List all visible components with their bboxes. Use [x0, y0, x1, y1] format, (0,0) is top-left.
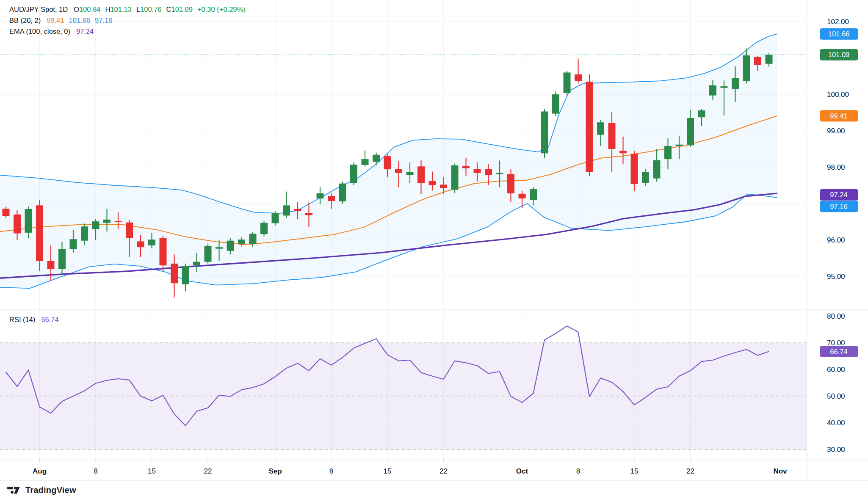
- candle-bear: [126, 223, 133, 238]
- candle-bull: [193, 262, 200, 265]
- candle-bear: [395, 169, 402, 173]
- time-scale[interactable]: Aug81522Sep81522Oct81522Nov: [33, 467, 787, 475]
- candle-bear: [440, 185, 447, 188]
- candle-bull: [238, 240, 245, 244]
- bb-lower-value: 97.16: [95, 17, 112, 25]
- candle-bear: [47, 261, 55, 269]
- price-scale[interactable]: 102.00100.0099.0098.0096.0095.0080.0070.…: [827, 18, 849, 454]
- price-axis-label: 98.00: [827, 163, 845, 171]
- trading-chart-window: 102.00100.0099.0098.0096.0095.0080.0070.…: [0, 0, 868, 504]
- candle-bull: [766, 55, 773, 64]
- candle-bull: [743, 55, 750, 81]
- time-label-day: 8: [94, 467, 97, 475]
- candle-bull: [732, 78, 739, 89]
- badge-value: 101.09: [828, 51, 849, 58]
- ohlc-close: C101.09: [166, 6, 193, 14]
- badge-value: 97.16: [830, 203, 847, 210]
- candle-bull: [552, 94, 559, 114]
- rsi-axis-label: 80.00: [827, 312, 845, 320]
- bb-legend-row[interactable]: BB (20, 2) 99.41 101.66 97.16: [9, 17, 117, 25]
- candle-bull: [148, 240, 155, 245]
- candle-bull: [530, 189, 537, 200]
- time-label-month: Nov: [773, 467, 787, 475]
- candle-bear: [519, 194, 526, 198]
- candle-bull: [350, 165, 357, 183]
- candle-bear: [754, 57, 761, 65]
- candle-bear: [619, 151, 627, 153]
- time-label-day: 15: [630, 467, 639, 475]
- candle-bull: [92, 221, 100, 229]
- candle-bull: [260, 223, 268, 234]
- candle-bull: [373, 155, 380, 162]
- candle-bull: [58, 249, 66, 269]
- candle-bull: [676, 145, 683, 146]
- change-value: +0.30 (+0.29%): [197, 6, 246, 14]
- badge-value: 101.66: [828, 30, 849, 38]
- price-badge: 99.41: [820, 110, 858, 121]
- bb-upper-value: 101.66: [69, 17, 90, 25]
- price-axis-label: 102.00: [827, 18, 849, 26]
- rsi-axis-label: 40.00: [827, 419, 845, 427]
- price-badge: 101.66: [820, 28, 858, 40]
- candle-bear: [417, 166, 425, 183]
- candle-bull: [451, 165, 459, 190]
- badge-value: 99.41: [830, 112, 847, 120]
- candle-bull: [564, 72, 571, 93]
- candle-bull: [227, 241, 234, 251]
- price-axis-label: 95.00: [827, 273, 845, 281]
- candle-bear: [462, 166, 470, 168]
- candle-bear: [115, 221, 122, 222]
- time-label-month: Oct: [516, 467, 528, 475]
- rsi-title: RSI (14): [9, 316, 35, 324]
- candle-bull: [687, 118, 694, 146]
- ema-legend-row[interactable]: EMA (100, close, 0) 97.24: [9, 28, 98, 36]
- candle-bear: [631, 154, 638, 184]
- rsi-legend-row[interactable]: RSI (14) 66.74: [9, 316, 64, 324]
- candle-bear: [3, 209, 10, 216]
- candle-bear: [586, 82, 593, 172]
- ema-value: 97.24: [76, 28, 94, 36]
- candle-bull: [70, 239, 77, 249]
- price-axis-label: 99.00: [827, 127, 845, 135]
- candle-bull: [698, 110, 705, 117]
- bb-basis-value: 99.41: [47, 17, 64, 25]
- candle-bear: [485, 169, 492, 175]
- tradingview-attribution[interactable]: TradingView: [7, 485, 76, 495]
- candle-bull: [406, 172, 414, 175]
- candle-bull: [642, 172, 649, 183]
- candle-bull: [339, 184, 346, 201]
- time-label-day: 22: [204, 467, 212, 475]
- rsi-axis-label: 50.00: [827, 392, 845, 400]
- candle-bull: [182, 266, 189, 284]
- bb-title: BB (20, 2): [9, 17, 41, 25]
- time-label-day: 8: [329, 467, 333, 475]
- candle-bear: [14, 215, 21, 234]
- candle-bear: [328, 196, 335, 201]
- symbol-title: AUD/JPY Spot, 1D: [9, 6, 68, 14]
- candle-bull: [249, 234, 257, 244]
- ohlc-open: O100.84: [74, 6, 100, 14]
- time-label-day: 15: [148, 467, 156, 475]
- candlestick-chart[interactable]: 102.00100.0099.0098.0096.0095.0080.0070.…: [0, 0, 868, 504]
- price-badge: 101.09: [820, 49, 858, 61]
- candle-bull: [283, 205, 290, 215]
- ema-title: EMA (100, close, 0): [9, 28, 70, 36]
- candle-bull: [362, 159, 369, 165]
- candle-bull: [272, 213, 279, 223]
- candle-bear: [507, 174, 514, 193]
- candle-bear: [137, 241, 144, 247]
- price-axis-label: 100.00: [827, 91, 849, 99]
- candle-bear: [36, 205, 43, 261]
- candle-bull: [205, 246, 212, 262]
- rsi-axis-label: 30.00: [827, 446, 845, 454]
- candle-bull: [664, 146, 672, 159]
- ohlc-low: L100.76: [136, 6, 162, 14]
- candle-bull: [653, 160, 661, 179]
- badge-value: 66.74: [830, 348, 847, 355]
- candle-bear: [575, 74, 582, 81]
- time-label-month: Aug: [33, 467, 47, 475]
- rsi-panel: [0, 316, 807, 449]
- candle-bull: [721, 86, 728, 88]
- candle-bull: [597, 122, 604, 135]
- symbol-legend-row[interactable]: AUD/JPY Spot, 1D O100.84 H101.13 L100.76…: [9, 6, 246, 14]
